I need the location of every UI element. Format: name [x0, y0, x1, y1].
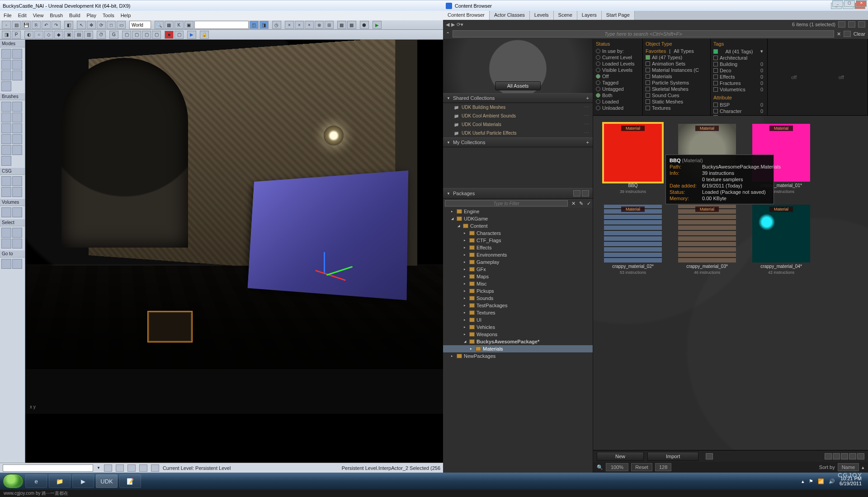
- mode-mesh-icon[interactable]: [12, 60, 22, 70]
- cb-filter-icon[interactable]: [844, 31, 851, 37]
- filter-option[interactable]: BSP0: [713, 102, 763, 108]
- tb2-g-icon[interactable]: G: [109, 31, 118, 39]
- tb-view1-icon[interactable]: ◫: [250, 21, 259, 29]
- tray-net-icon[interactable]: 📶: [818, 478, 824, 484]
- tb-misc5-icon[interactable]: ⊞: [325, 21, 334, 29]
- tray-up-icon[interactable]: ▴: [802, 478, 804, 484]
- tb2-misc3-icon[interactable]: ▥: [84, 31, 93, 39]
- tb-new-icon[interactable]: ▫: [2, 21, 11, 29]
- cb-zoom-value[interactable]: 100%: [606, 463, 628, 471]
- cb-search-clear-icon[interactable]: ✕: [837, 31, 841, 37]
- mode-land-icon[interactable]: [1, 81, 11, 91]
- tb-build-icon[interactable]: ⬢: [360, 21, 369, 29]
- filter-option[interactable]: Fractures0: [713, 80, 763, 86]
- status-btn4[interactable]: [139, 464, 147, 472]
- tb2-real-icon[interactable]: ⏱: [97, 31, 106, 39]
- filter-option[interactable]: Visible Levels: [596, 67, 640, 73]
- brush-card-icon[interactable]: [12, 145, 22, 155]
- tb-scale-nonuniform-icon[interactable]: ▭: [117, 21, 126, 29]
- menu-edit[interactable]: Edit: [18, 13, 27, 18]
- pkg-tree-row[interactable]: ▸Weapons: [443, 331, 593, 338]
- brush-stair-icon[interactable]: [1, 113, 11, 122]
- tb-undo-icon[interactable]: ↶: [42, 21, 51, 29]
- tb-save-icon[interactable]: 💾: [22, 21, 31, 29]
- csg-int-icon[interactable]: [1, 187, 11, 197]
- cb-refresh-icon[interactable]: ⟳▾: [457, 22, 463, 28]
- cb-sync-icon[interactable]: [838, 21, 845, 28]
- hdr-my-collections[interactable]: ▼My Collections+: [443, 137, 593, 147]
- tb-misc4-icon[interactable]: ⊗: [315, 21, 324, 29]
- pkg-tree-row[interactable]: ▸GFx: [443, 266, 593, 273]
- pkg-tree-row[interactable]: ▸CTF_Flags: [443, 237, 593, 244]
- tb2-misc-icon[interactable]: ▣: [64, 31, 73, 39]
- brush-sheet-icon[interactable]: [1, 134, 11, 144]
- shared-collection-item[interactable]: UDK Building Meshes⋯: [443, 103, 593, 112]
- mode-geo-icon[interactable]: [12, 49, 22, 59]
- pkg-tree-row[interactable]: ◢UDKGame: [443, 215, 593, 222]
- pkg-tree-row[interactable]: ▸Pickups: [443, 287, 593, 295]
- cb-thumb-size[interactable]: 128: [655, 463, 671, 471]
- hdr-shared-collections[interactable]: ▼Shared Collections+: [443, 93, 593, 103]
- tags-all-check[interactable]: [713, 49, 718, 54]
- view-thumb1-icon[interactable]: [825, 453, 832, 459]
- menu-tools[interactable]: Tools: [103, 13, 114, 18]
- pkg-tree-row[interactable]: ▸UI: [443, 316, 593, 324]
- goto-actor-icon[interactable]: [1, 259, 11, 269]
- menu-view[interactable]: View: [33, 13, 44, 18]
- win-max-button[interactable]: ▢: [844, 0, 855, 7]
- pkg-tree-row[interactable]: ▸Engine: [443, 208, 593, 215]
- filter-option[interactable]: Untagged: [596, 86, 640, 92]
- filter-option[interactable]: Animation Sets: [646, 61, 708, 67]
- filter-option[interactable]: Off: [596, 73, 640, 80]
- goto-builder-icon[interactable]: [12, 259, 22, 269]
- tb2-cam-icon[interactable]: ◨: [2, 31, 11, 39]
- tb2-x2-icon[interactable]: ▢: [132, 31, 141, 39]
- pkg-tree-row[interactable]: ▸Textures: [443, 309, 593, 316]
- tb-content-icon[interactable]: ▦: [165, 21, 174, 29]
- tab-layers[interactable]: Layers: [577, 11, 602, 20]
- win-min-button[interactable]: _: [832, 0, 843, 7]
- cb-search-input[interactable]: Type here to search <Ctrl+Shift+F>: [453, 30, 834, 38]
- status-combo[interactable]: [3, 464, 93, 472]
- pkg-tree-row[interactable]: ◢BuckysAwesomePackage*: [443, 338, 593, 345]
- csg-add-icon[interactable]: [1, 176, 11, 186]
- view-list-icon[interactable]: [849, 453, 856, 459]
- cb-folder-icon[interactable]: [706, 453, 713, 459]
- tb-saveall-icon[interactable]: ⎘: [32, 21, 41, 29]
- taskbar-notes-icon[interactable]: 📝: [119, 474, 141, 488]
- new-button[interactable]: New: [597, 452, 644, 461]
- sel-inv-icon[interactable]: [1, 239, 11, 248]
- pkg-tree-row[interactable]: ▸Misc: [443, 280, 593, 287]
- tb2-det-icon[interactable]: ◆: [54, 31, 63, 39]
- tb2-red-icon[interactable]: ■: [165, 31, 174, 39]
- mode-paint-icon[interactable]: [12, 70, 22, 80]
- tab-content-browser[interactable]: Content Browser: [443, 11, 490, 20]
- filter-option[interactable]: Building0: [713, 61, 763, 67]
- tray-flag-icon[interactable]: ⚑: [809, 478, 813, 484]
- filter-option[interactable]: Architectural: [713, 55, 763, 61]
- filter-option[interactable]: Particle Systems: [646, 80, 708, 86]
- status-btn5[interactable]: [151, 464, 159, 472]
- tb2-wire-icon[interactable]: ◇: [44, 31, 53, 39]
- filter-option[interactable]: In use by:: [596, 48, 640, 54]
- tb-coordspace-combo[interactable]: World: [129, 21, 151, 29]
- sel-all-icon[interactable]: [1, 228, 11, 238]
- shared-collection-item[interactable]: UDK Cool Ambient Sounds⋯: [443, 112, 593, 120]
- gizmo-y-axis[interactable]: [324, 252, 325, 274]
- shared-collection-item[interactable]: UDK Cool Materials⋯: [443, 120, 593, 129]
- pkg-list-icon[interactable]: [573, 190, 580, 197]
- tb-redo-icon[interactable]: ↷: [52, 21, 61, 29]
- pkg-tree-icon[interactable]: [582, 190, 589, 197]
- csg-deint-icon[interactable]: [12, 187, 22, 197]
- tb-rotate-icon[interactable]: ⟳: [97, 21, 106, 29]
- filter-option[interactable]: Loaded: [596, 98, 640, 105]
- tb-grid2-icon[interactable]: ▦: [347, 21, 356, 29]
- cb-expand-icon[interactable]: ⌃: [446, 31, 450, 37]
- brush-cone-icon[interactable]: [12, 102, 22, 112]
- sel-show-icon[interactable]: [12, 239, 22, 248]
- tb-realtime-icon[interactable]: ◷: [272, 21, 281, 29]
- csg-sub-icon[interactable]: [12, 176, 22, 186]
- pkg-tree-row[interactable]: ▸Vehicles: [443, 324, 593, 331]
- menu-file[interactable]: File: [4, 13, 12, 18]
- tb-pack-icon[interactable]: ▣: [184, 21, 193, 29]
